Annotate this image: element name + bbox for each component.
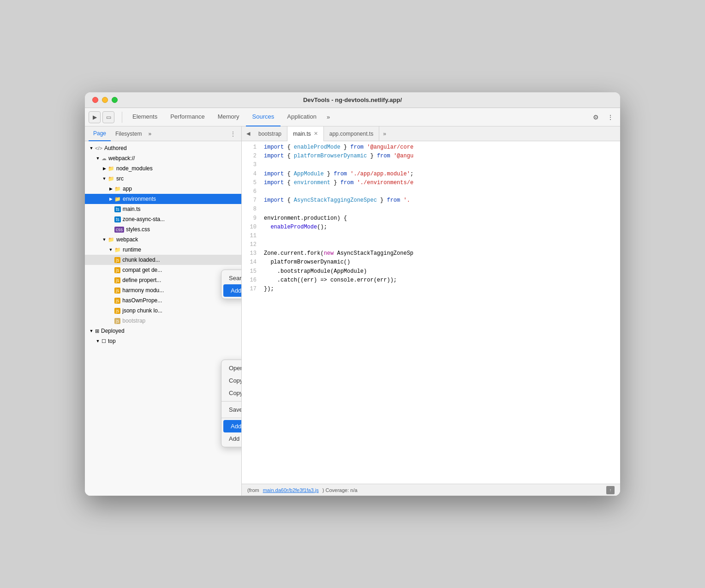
line-number: 17 bbox=[242, 285, 262, 294]
toolbar-separator bbox=[122, 112, 122, 123]
panel-more-options[interactable]: ⋮ bbox=[228, 129, 238, 138]
ts-file-icon: ts bbox=[114, 206, 121, 212]
code-line-14: 14 platformBrowserDynamic() bbox=[242, 258, 620, 267]
tree-item-styles-css[interactable]: css styles.css bbox=[85, 224, 241, 234]
tree-item-deployed[interactable]: ▼ ⊞ Deployed bbox=[85, 326, 241, 336]
folder-icon: 📁 bbox=[114, 186, 121, 192]
line-number: 7 bbox=[242, 196, 262, 205]
ctx-add-directory-ignore[interactable]: Add directory to ignore list bbox=[223, 284, 242, 297]
tree-item-environments[interactable]: ▶ 📁 environments bbox=[85, 194, 241, 204]
tree-item-top[interactable]: ▼ ☐ top bbox=[85, 336, 241, 346]
code-line-5: 5 import { environment } from './environ… bbox=[242, 179, 620, 187]
editor-tab-main-ts[interactable]: main.ts ✕ bbox=[287, 126, 324, 141]
js-file-icon: js bbox=[114, 257, 120, 263]
tree-item-jsonp[interactable]: js jsonp chunk lo... bbox=[85, 306, 241, 316]
editor-tab-app-component[interactable]: app.component.ts bbox=[324, 126, 379, 141]
tree-item-zone[interactable]: ts zone-async-sta... bbox=[85, 214, 241, 224]
tree-item-runtime[interactable]: ▼ 📁 runtime bbox=[85, 245, 241, 255]
code-line-8: 8 bbox=[242, 205, 620, 214]
tree-item-main-ts[interactable]: ts main.ts bbox=[85, 204, 241, 214]
tab-application[interactable]: Application bbox=[281, 108, 323, 126]
device-tool[interactable]: ▭ bbox=[102, 111, 114, 123]
tab-sources[interactable]: Sources bbox=[246, 108, 281, 126]
coverage-icon[interactable]: ↑ bbox=[606, 486, 615, 494]
editor-tab-label: app.component.ts bbox=[329, 131, 373, 137]
tree-item-label: top bbox=[108, 338, 116, 344]
code-editor[interactable]: 1 import { enableProdMode } from '@angul… bbox=[242, 141, 620, 484]
tree-item-node-modules[interactable]: ▶ 📁 node_modules bbox=[85, 163, 241, 174]
line-content: environment.production) { bbox=[262, 214, 620, 223]
tree-item-label: src bbox=[116, 175, 124, 182]
panel-tab-filesystem[interactable]: Filesystem bbox=[111, 126, 146, 141]
tree-item-bootstrap[interactable]: js bootstrap bbox=[85, 316, 241, 326]
tree-item-compat[interactable]: js compat get de... bbox=[85, 265, 241, 275]
ctx-open-new-tab[interactable]: Open in new tab bbox=[221, 362, 242, 374]
cube-icon: ⊞ bbox=[95, 328, 99, 334]
left-panel: Page Filesystem » ⋮ ▼ </> Authored bbox=[85, 126, 242, 496]
panel-tab-page[interactable]: Page bbox=[89, 126, 111, 141]
context-menu-file: Open in new tab Copy link address Copy f… bbox=[221, 360, 242, 447]
tab-elements[interactable]: Elements bbox=[126, 108, 164, 126]
ctx-add-script-ignore[interactable]: Add script to ignore list bbox=[223, 420, 242, 432]
frame-icon: ☐ bbox=[102, 338, 106, 344]
tree-item-label: node_modules bbox=[116, 165, 153, 172]
code-line-1: 1 import { enableProdMode } from '@angul… bbox=[242, 143, 620, 152]
ctx-add-all-third-party[interactable]: Add all third-party scripts to ignore li… bbox=[221, 432, 242, 445]
status-source-link[interactable]: main.da60r/b2fe3f1fa3.js bbox=[263, 487, 319, 493]
tab-more-button[interactable]: » bbox=[323, 114, 334, 120]
expand-arrow: ▼ bbox=[108, 247, 114, 252]
status-right: ↑ bbox=[606, 486, 615, 494]
code-line-7: 7 import { AsyncStackTaggingZoneSpec } f… bbox=[242, 196, 620, 205]
tree-item-label: main.ts bbox=[123, 206, 141, 212]
editor-tab-label: main.ts bbox=[293, 131, 311, 137]
file-tree: ▼ </> Authored ▼ ☁ webpack:// ▶ 📁 node_m… bbox=[85, 141, 241, 496]
tree-item-label: hasOwnPrope... bbox=[122, 297, 162, 304]
tree-item-src[interactable]: ▼ 📁 src bbox=[85, 174, 241, 184]
close-button[interactable] bbox=[92, 97, 98, 103]
tree-item-webpack-root[interactable]: ▼ ☁ webpack:// bbox=[85, 153, 241, 163]
code-line-15: 15 .bootstrapModule(AppModule) bbox=[242, 267, 620, 276]
editor-tab-nav-left[interactable]: ◀ bbox=[244, 129, 253, 138]
tree-item-webpack[interactable]: ▼ 📁 webpack bbox=[85, 234, 241, 245]
toolbar-tools: ▶ ▭ bbox=[89, 111, 114, 123]
line-number: 8 bbox=[242, 205, 262, 214]
tree-item-chunk-loaded[interactable]: js chunk loaded... bbox=[85, 255, 241, 265]
tree-item-app[interactable]: ▶ 📁 app bbox=[85, 184, 241, 194]
expand-arrow: ▼ bbox=[102, 237, 107, 242]
tab-memory[interactable]: Memory bbox=[211, 108, 246, 126]
js-file-icon: js bbox=[114, 277, 120, 283]
line-content: Zone.current.fork(new AsyncStackTaggingZ… bbox=[262, 249, 620, 258]
line-number: 1 bbox=[242, 143, 262, 152]
line-content: .bootstrapModule(AppModule) bbox=[262, 267, 620, 276]
tree-item-authored[interactable]: ▼ </> Authored bbox=[85, 143, 241, 153]
settings-button[interactable]: ⚙ bbox=[590, 111, 602, 123]
editor-tab-more[interactable]: » bbox=[379, 131, 390, 137]
line-content: import { enableProdMode } from '@angular… bbox=[262, 143, 620, 152]
code-line-4: 4 import { AppModule } from './app/app.m… bbox=[242, 170, 620, 179]
ctx-separator-1 bbox=[221, 401, 242, 402]
css-file-icon: css bbox=[114, 227, 124, 233]
minimize-button[interactable] bbox=[102, 97, 108, 103]
js-file-icon: js bbox=[114, 288, 120, 294]
panel-tab-more[interactable]: » bbox=[146, 131, 153, 137]
maximize-button[interactable] bbox=[112, 97, 118, 103]
ctx-copy-filename[interactable]: Copy file name bbox=[221, 387, 242, 399]
editor-tab-close[interactable]: ✕ bbox=[314, 131, 318, 137]
tree-item-define[interactable]: js define propert... bbox=[85, 275, 241, 285]
more-menu-button[interactable]: ⋮ bbox=[604, 111, 616, 123]
line-number: 11 bbox=[242, 232, 262, 240]
tree-item-label: app bbox=[123, 186, 132, 192]
tree-item-label: runtime bbox=[123, 246, 141, 253]
tree-item-hasown[interactable]: js hasOwnPrope... bbox=[85, 295, 241, 306]
ctx-copy-link[interactable]: Copy link address bbox=[221, 374, 242, 387]
code-line-12: 12 bbox=[242, 240, 620, 249]
right-panel: ◀ bootstrap main.ts ✕ app.component.ts »… bbox=[242, 126, 620, 496]
tree-item-harmony[interactable]: js harmony modu... bbox=[85, 285, 241, 295]
ctx-save-as[interactable]: Save as... bbox=[221, 403, 242, 416]
ctx-search-folder[interactable]: Search in folder bbox=[221, 272, 242, 284]
pointer-tool[interactable]: ▶ bbox=[89, 111, 101, 123]
folder-icon: 📁 bbox=[108, 166, 114, 172]
tab-performance[interactable]: Performance bbox=[164, 108, 211, 126]
line-content: import { environment } from './environme… bbox=[262, 179, 620, 187]
editor-tab-bootstrap[interactable]: bootstrap bbox=[253, 126, 287, 141]
